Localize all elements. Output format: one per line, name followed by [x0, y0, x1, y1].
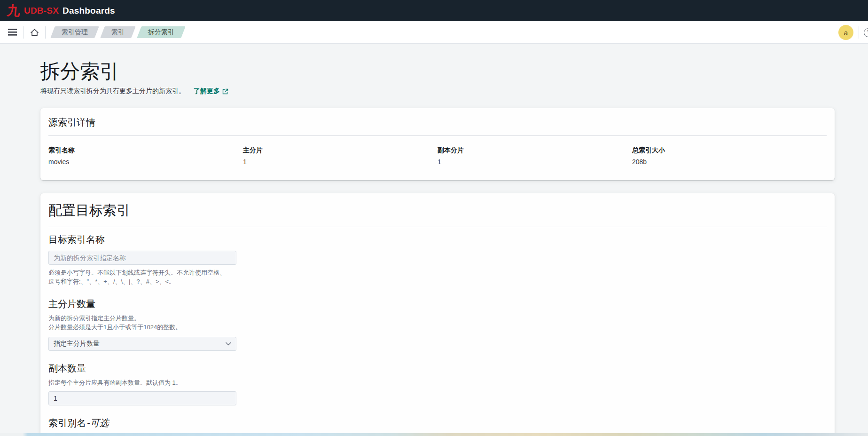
- home-button[interactable]: [26, 24, 43, 41]
- replicas-help: 指定每个主分片应具有的副本数量。默认值为 1。: [48, 379, 827, 388]
- divider: [48, 227, 827, 227]
- help-icon[interactable]: ?: [864, 28, 868, 37]
- brand-title[interactable]: UDB-SXDashboards: [24, 6, 115, 16]
- brand-suffix: Dashboards: [63, 6, 115, 16]
- field-value: 1: [243, 158, 438, 166]
- divider: [859, 26, 859, 39]
- brand-logo-icon[interactable]: 九: [7, 4, 21, 17]
- page-subtitle-row: 将现有只读索引拆分为具有更多主分片的新索引。 了解更多: [40, 87, 835, 95]
- divider: [833, 26, 833, 39]
- target-name-help-line2: 逗号和字符:、"、*、+、/、\、|、?、#、>、<。: [48, 277, 827, 286]
- configure-panel-title: 配置目标索引: [48, 200, 827, 220]
- bottom-content-strip: [0, 433, 868, 436]
- menu-button[interactable]: [4, 24, 21, 41]
- page-title: 拆分索引: [40, 60, 835, 83]
- breadcrumb-label: 索引管理: [62, 28, 88, 37]
- divider: [23, 26, 23, 39]
- primary-shards-select[interactable]: 指定主分片数量: [48, 337, 236, 351]
- divider: [48, 135, 827, 136]
- primary-shards-heading: 主分片数量: [48, 298, 827, 310]
- primary-shards-select-value: 指定主分片数量: [54, 340, 100, 348]
- menu-icon: [8, 29, 17, 36]
- divider: [45, 26, 46, 39]
- field-label: 总索引大小: [632, 146, 827, 155]
- replicas-heading: 副本数量: [48, 362, 827, 375]
- breadcrumb-index-management[interactable]: 索引管理: [50, 26, 99, 38]
- field-total-index-size: 总索引大小 208b: [632, 146, 827, 166]
- source-index-panel: 源索引详情 索引名称 movies 主分片 1 副本分片 1 总索引大小 208…: [40, 108, 835, 180]
- field-value: 208b: [632, 158, 827, 166]
- chevron-down-icon: [226, 342, 231, 346]
- page-subtitle: 将现有只读索引拆分为具有更多主分片的新索引。: [40, 87, 185, 95]
- field-label: 副本分片: [438, 146, 632, 155]
- field-index-name: 索引名称 movies: [48, 146, 243, 166]
- breadcrumb: 索引管理 索引 拆分索引: [53, 26, 189, 38]
- field-value: 1: [438, 158, 632, 166]
- source-panel-title: 源索引详情: [48, 115, 827, 129]
- brand-name: UDB-SX: [24, 6, 59, 16]
- configure-target-panel: 配置目标索引 目标索引名称 必须是小写字母。不能以下划线或连字符开头。不允许使用…: [40, 193, 835, 436]
- field-primary-shards: 主分片 1: [243, 146, 438, 166]
- learn-more-link[interactable]: 了解更多: [194, 87, 228, 95]
- alias-heading: 索引别名-可选: [48, 417, 827, 429]
- alias-heading-text: 索引别名: [48, 418, 86, 428]
- field-value: movies: [48, 158, 243, 166]
- field-label: 主分片: [243, 146, 438, 155]
- user-avatar[interactable]: a: [838, 25, 853, 40]
- breadcrumb-indices[interactable]: 索引: [100, 26, 136, 38]
- alias-heading-optional: -可选: [87, 418, 109, 428]
- field-label: 索引名称: [48, 146, 243, 155]
- navbar-right: a ?: [830, 21, 868, 44]
- target-index-name-input[interactable]: [48, 251, 236, 265]
- breadcrumb-label: 拆分索引: [148, 28, 174, 37]
- replicas-input[interactable]: [48, 391, 236, 405]
- breadcrumb-bar: 索引管理 索引 拆分索引 a ?: [0, 21, 868, 44]
- primary-shards-help-line1: 为新的拆分索引指定主分片数量。: [48, 314, 827, 323]
- app-header: 九 UDB-SXDashboards: [0, 0, 868, 21]
- external-link-icon: [222, 88, 228, 95]
- target-name-heading: 目标索引名称: [48, 233, 827, 246]
- home-icon: [30, 28, 39, 37]
- field-replica-shards: 副本分片 1: [438, 146, 632, 166]
- target-name-help-line1: 必须是小写字母。不能以下划线或连字符开头。不允许使用空格、: [48, 269, 827, 277]
- source-index-details: 索引名称 movies 主分片 1 副本分片 1 总索引大小 208b: [48, 146, 827, 173]
- primary-shards-help-line2: 分片数量必须是大于1且小于或等于1024的整数。: [48, 323, 827, 332]
- page-content: 拆分索引 将现有只读索引拆分为具有更多主分片的新索引。 了解更多 源索引详情 索…: [40, 60, 835, 436]
- breadcrumb-split-index[interactable]: 拆分索引: [137, 26, 186, 38]
- breadcrumb-label: 索引: [111, 28, 125, 37]
- learn-more-label: 了解更多: [194, 87, 220, 95]
